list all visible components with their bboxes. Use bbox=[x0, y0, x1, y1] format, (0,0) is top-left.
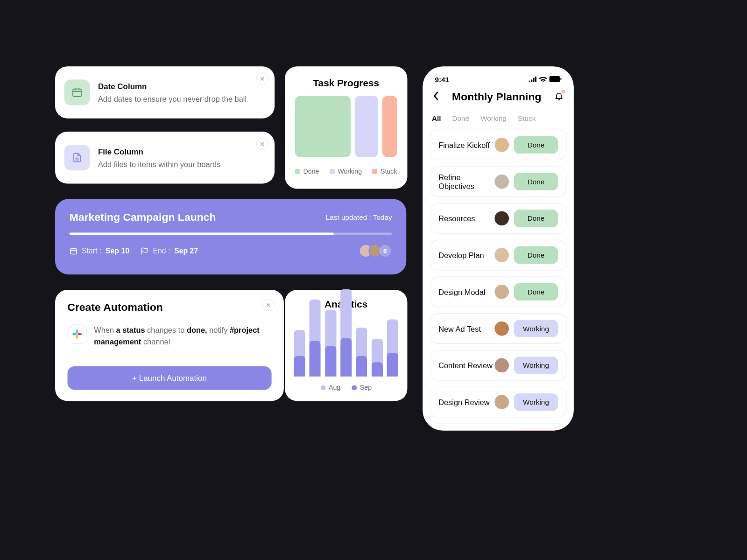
svg-rect-4 bbox=[72, 333, 77, 335]
legend-sep: Sep bbox=[352, 384, 372, 391]
file-icon bbox=[64, 145, 90, 170]
date-column-card[interactable]: Date Column Add dates to ensure you neve… bbox=[55, 66, 275, 119]
task-row[interactable]: Refine ObjectivesDone bbox=[430, 166, 567, 197]
avatar bbox=[494, 175, 509, 189]
phone-title: Monthly Planning bbox=[452, 91, 541, 103]
task-name: Develop Plan bbox=[438, 251, 484, 259]
calendar-icon bbox=[64, 80, 90, 105]
status-chip: Done bbox=[514, 246, 558, 264]
avatar bbox=[494, 248, 509, 262]
notifications-button[interactable] bbox=[554, 91, 564, 103]
status-chip: Done bbox=[514, 136, 558, 154]
helper-title: Date Column bbox=[98, 82, 247, 91]
campaign-title: Marketing Campaign Launch bbox=[70, 211, 216, 224]
avatar bbox=[494, 322, 509, 336]
progress-bar-working bbox=[354, 96, 378, 157]
status-chip: Done bbox=[514, 210, 558, 227]
svg-rect-0 bbox=[73, 89, 81, 97]
close-icon[interactable]: ✕ bbox=[262, 299, 275, 311]
task-name: Resources bbox=[438, 214, 475, 223]
campaign-progress bbox=[70, 233, 392, 235]
status-chip: Working bbox=[514, 320, 558, 337]
campaign-avatars[interactable]: 6 bbox=[359, 244, 392, 258]
progress-bar-done bbox=[295, 96, 351, 157]
avatar bbox=[494, 285, 509, 299]
analytics-bar bbox=[387, 319, 398, 376]
avatar bbox=[494, 211, 509, 226]
task-progress-chart bbox=[295, 96, 397, 157]
notification-dot bbox=[562, 90, 565, 93]
legend-working: Working bbox=[330, 168, 362, 175]
tab-done[interactable]: Done bbox=[452, 114, 470, 122]
legend-stuck: Stuck bbox=[373, 168, 397, 175]
back-icon[interactable] bbox=[433, 91, 439, 103]
campaign-banner[interactable]: Marketing Campaign Launch Last updated :… bbox=[55, 199, 406, 274]
automation-rule: When a status changes to done, notify #p… bbox=[94, 324, 271, 347]
analytics-card: Analytics Aug Sep bbox=[285, 290, 407, 401]
task-row[interactable]: Develop PlanDone bbox=[430, 240, 567, 271]
task-row[interactable]: Design ReviewWorking bbox=[430, 387, 567, 418]
svg-rect-11 bbox=[560, 78, 561, 80]
campaign-progress-fill bbox=[70, 233, 334, 235]
status-time: 9:41 bbox=[435, 76, 449, 84]
avatar-extra-count: 6 bbox=[378, 244, 392, 258]
svg-rect-1 bbox=[70, 248, 77, 254]
launch-automation-button[interactable]: + Launch Automation bbox=[67, 366, 271, 390]
task-name: Refine Objectives bbox=[438, 173, 494, 190]
svg-rect-8 bbox=[533, 78, 534, 82]
status-chip: Done bbox=[514, 173, 558, 190]
analytics-bar bbox=[340, 289, 352, 377]
svg-rect-2 bbox=[76, 329, 78, 334]
avatar bbox=[494, 138, 509, 152]
analytics-bar bbox=[294, 330, 305, 376]
task-row[interactable]: Design ModalDone bbox=[430, 277, 567, 308]
task-name: Design Modal bbox=[438, 287, 485, 296]
legend-aug: Aug bbox=[320, 384, 340, 391]
analytics-bar bbox=[310, 300, 321, 377]
tab-all[interactable]: All bbox=[432, 114, 441, 122]
analytics-bar bbox=[372, 339, 383, 377]
avatar bbox=[494, 395, 509, 409]
progress-bar-stuck bbox=[382, 96, 397, 157]
task-progress-card: Task Progress Done Working Stuck bbox=[285, 66, 407, 189]
svg-rect-6 bbox=[529, 81, 530, 82]
task-progress-title: Task Progress bbox=[295, 77, 397, 89]
tab-stuck[interactable]: Stuck bbox=[518, 114, 536, 122]
helper-subtitle: Add dates to ensure you never drop the b… bbox=[98, 94, 247, 103]
helper-title: File Column bbox=[98, 147, 221, 156]
end-date: End : Sep 27 bbox=[141, 247, 198, 255]
svg-rect-10 bbox=[549, 76, 560, 82]
task-row[interactable]: Finalize KickoffDone bbox=[430, 130, 567, 161]
analytics-bar bbox=[356, 328, 367, 377]
start-date: Start : Sep 10 bbox=[70, 247, 129, 255]
avatar bbox=[494, 358, 509, 372]
campaign-updated: Last updated : Today bbox=[326, 213, 392, 221]
analytics-chart bbox=[294, 315, 398, 377]
statusbar: 9:41 bbox=[430, 76, 567, 84]
tab-working[interactable]: Working bbox=[480, 114, 507, 122]
close-icon[interactable]: ✕ bbox=[256, 138, 268, 150]
svg-rect-9 bbox=[535, 77, 536, 82]
helper-subtitle: Add files to items within your boards bbox=[98, 160, 221, 168]
automation-title: Create Automation bbox=[67, 301, 271, 313]
status-chip: Working bbox=[514, 393, 558, 411]
signal-icon bbox=[529, 76, 537, 84]
svg-rect-3 bbox=[76, 335, 78, 339]
task-name: New Ad Test bbox=[438, 324, 481, 333]
task-row[interactable]: ResourcesDone bbox=[430, 203, 567, 234]
file-column-card[interactable]: File Column Add files to items within yo… bbox=[55, 132, 275, 184]
close-icon[interactable]: ✕ bbox=[256, 72, 268, 84]
task-progress-legend: Done Working Stuck bbox=[295, 168, 397, 175]
analytics-legend: Aug Sep bbox=[294, 384, 398, 391]
task-list: Finalize KickoffDoneRefine ObjectivesDon… bbox=[430, 130, 567, 431]
task-name: Design Review bbox=[438, 398, 489, 406]
task-row[interactable]: Test PlanStuck bbox=[430, 423, 567, 430]
status-chip: Stuck bbox=[514, 430, 558, 431]
legend-done: Done bbox=[295, 168, 319, 175]
task-row[interactable]: Content ReviewWorking bbox=[430, 350, 567, 381]
task-name: Content Review bbox=[438, 361, 493, 370]
slack-icon bbox=[67, 324, 87, 344]
task-row[interactable]: New Ad TestWorking bbox=[430, 313, 567, 344]
task-name: Finalize Kickoff bbox=[438, 140, 490, 149]
status-chip: Done bbox=[514, 283, 558, 301]
